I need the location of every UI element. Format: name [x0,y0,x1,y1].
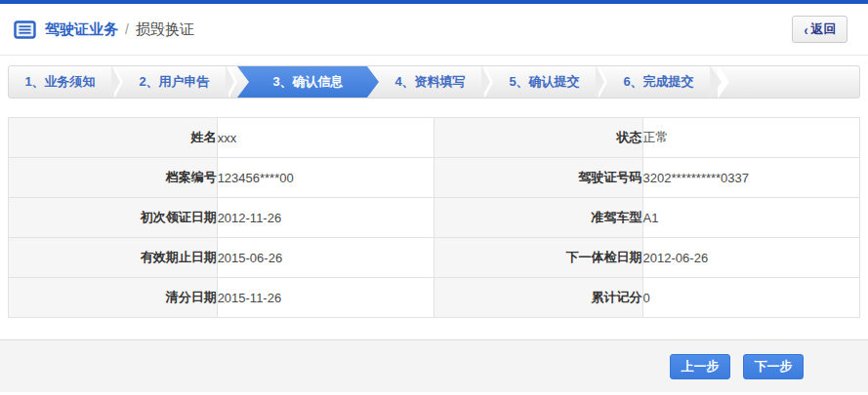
table-row: 姓名 xxx 状态 正常 [9,118,860,158]
field-label: 清分日期 [9,278,218,318]
breadcrumb-business[interactable]: 驾驶证业务 [45,20,118,39]
table-row: 初次领证日期 2012-11-26 准驾车型 A1 [9,198,860,238]
header: 驾驶证业务 / 损毁换证 ‹ 返回 [0,4,868,56]
field-label: 状态 [434,118,642,158]
chevron-left-icon: ‹ [804,22,807,37]
field-label: 有效期止日期 [9,238,218,278]
step-separator-final [710,66,733,98]
step-5-confirm-submit: 5、确认提交 [493,66,596,98]
step-4-fill-materials: 4、资料填写 [379,66,481,98]
footer: 上一步 下一步 [0,340,868,392]
field-label: 档案编号 [9,158,218,198]
step-separator [596,66,607,98]
license-info-section: 姓名 xxx 状态 正常 档案编号 123456****00 驾驶证号码 320… [8,117,860,318]
back-button[interactable]: ‹ 返回 [792,16,847,43]
breadcrumb: 驾驶证业务 / 损毁换证 [14,20,194,39]
field-label: 累计记分 [434,278,642,318]
field-value: 2015-06-26 [217,238,434,278]
table-row: 清分日期 2015-11-26 累计记分 0 [9,278,860,318]
next-step-button[interactable]: 下一步 [743,354,804,379]
field-value: 0 [642,278,859,318]
field-value: 3202**********0337 [642,158,859,198]
step-progress-bar: 1、业务须知 2、用户申告 3、确认信息 4、资料填写 5、确认提交 6、完成提… [8,65,860,99]
step-separator [226,66,237,98]
field-value: 123456****00 [217,158,434,198]
step-bar-filler [733,66,859,98]
field-value: 2015-11-26 [217,278,434,318]
prev-step-button[interactable]: 上一步 [670,354,730,379]
field-value: A1 [642,198,859,238]
breadcrumb-current: 损毁换证 [136,20,194,39]
field-label: 准驾车型 [434,198,642,238]
field-value: xxx [217,118,434,158]
step-label: 3、确认信息 [272,73,343,91]
license-list-icon [14,20,36,39]
field-value: 2012-06-26 [642,238,859,278]
step-separator [111,66,123,98]
license-info-table: 姓名 xxx 状态 正常 档案编号 123456****00 驾驶证号码 320… [8,117,860,318]
field-label: 下一体检日期 [434,238,642,278]
step-label: 2、用户申告 [139,73,209,91]
field-label: 初次领证日期 [9,198,218,238]
table-row: 档案编号 123456****00 驾驶证号码 3202**********03… [9,158,860,198]
step-3-confirm-info-active: 3、确认信息 [237,66,379,98]
table-row: 有效期止日期 2015-06-26 下一体检日期 2012-06-26 [9,238,860,278]
field-label: 姓名 [9,118,218,158]
step-label: 1、业务须知 [24,73,95,91]
back-button-label: 返回 [811,20,837,38]
step-1-business-notice: 1、业务须知 [9,66,111,98]
field-label: 驾驶证号码 [434,158,642,198]
step-2-user-declaration: 2、用户申告 [123,66,226,98]
step-6-complete-submit: 6、完成提交 [607,66,710,98]
step-separator [481,66,493,98]
footer-divider: 上一步 下一步 [0,339,868,392]
breadcrumb-separator: / [125,21,129,37]
step-label: 4、资料填写 [394,73,465,91]
field-value: 正常 [642,118,859,158]
step-label: 5、确认提交 [509,73,579,91]
step-label: 6、完成提交 [623,73,693,91]
field-value: 2012-11-26 [217,198,434,238]
